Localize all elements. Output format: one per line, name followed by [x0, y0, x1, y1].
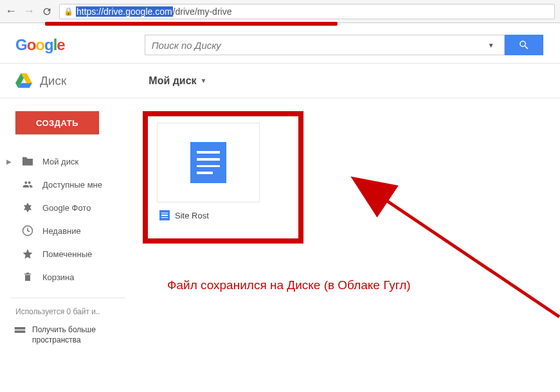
app-bar: Диск Мой диск ▼: [0, 64, 560, 98]
lock-icon: 🔒: [64, 7, 73, 16]
sidebar-item-my-drive[interactable]: ▶ Мой диск: [0, 150, 135, 173]
search-box[interactable]: ▼: [145, 35, 505, 55]
upgrade-label: Получить больше пространства: [32, 325, 135, 345]
file-thumbnail: [157, 123, 260, 202]
sidebar-item-recent[interactable]: Недавние: [0, 219, 135, 242]
reload-button[interactable]: [41, 6, 53, 17]
svg-rect-0: [15, 327, 26, 330]
folder-icon: [21, 156, 35, 166]
upgrade-storage-link[interactable]: Получить больше пространства: [0, 316, 135, 345]
photos-icon: [21, 202, 35, 213]
address-bar[interactable]: 🔒 https://drive.google.com/drive/my-driv…: [59, 4, 555, 19]
people-icon: [21, 179, 35, 190]
main: СОЗДАТЬ ▶ Мой диск Доступные мне Google …: [0, 98, 560, 392]
nav-label: Мой диск: [42, 157, 78, 166]
sidebar-item-shared[interactable]: Доступные мне: [0, 173, 135, 196]
annotation-highlight-box: Site Rost: [143, 111, 303, 244]
nav-label: Помеченные: [42, 249, 92, 259]
drive-icon: [15, 73, 32, 89]
url-path: /drive/my-drive: [173, 6, 232, 17]
file-label-row: Site Rost: [157, 210, 260, 220]
search-button[interactable]: [505, 35, 543, 55]
storage-icon: [14, 326, 26, 339]
sidebar-item-starred[interactable]: Помеченные: [0, 242, 135, 265]
google-logo[interactable]: Google: [15, 36, 65, 54]
file-name: Site Rost: [175, 211, 209, 220]
app-name: Диск: [40, 74, 66, 88]
file-tile[interactable]: Site Rost: [157, 123, 260, 220]
search-input[interactable]: [152, 40, 485, 51]
annotation-underline: [45, 22, 338, 26]
breadcrumb-label: Мой диск: [149, 75, 196, 87]
star-icon: [21, 248, 35, 260]
browser-toolbar: ← → 🔒 https://drive.google.com/drive/my-…: [0, 0, 560, 23]
sidebar: СОЗДАТЬ ▶ Мой диск Доступные мне Google …: [0, 98, 135, 392]
expand-icon[interactable]: ▶: [6, 158, 13, 165]
docs-icon-small: [159, 210, 170, 220]
search-dropdown-icon[interactable]: ▼: [485, 42, 498, 49]
sidebar-item-trash[interactable]: Корзина: [0, 265, 135, 289]
annotation-text: Файл сохранился на Диске (в Облаке Гугл): [167, 278, 411, 292]
chevron-down-icon: ▼: [201, 77, 207, 84]
content-area: Site Rost Файл сохранился на Диске (в Об…: [135, 98, 560, 392]
search-container: ▼: [145, 35, 543, 55]
separator: [10, 298, 125, 298]
nav-label: Google Фото: [42, 203, 91, 213]
back-button[interactable]: ←: [5, 6, 17, 17]
forward-button[interactable]: →: [23, 6, 35, 17]
svg-line-2: [383, 198, 559, 317]
nav-list: ▶ Мой диск Доступные мне Google Фото Нед…: [0, 150, 135, 289]
storage-usage: Используется 0 байт и..: [0, 307, 135, 316]
breadcrumb[interactable]: Мой диск ▼: [149, 75, 206, 87]
nav-label: Недавние: [42, 226, 81, 236]
svg-rect-1: [15, 330, 26, 333]
trash-icon: [21, 271, 35, 283]
docs-icon: [190, 142, 226, 183]
drive-logo[interactable]: Диск: [15, 73, 66, 89]
nav-label: Корзина: [42, 272, 75, 282]
url-origin: https://drive.google.com: [76, 6, 173, 17]
search-icon: [518, 39, 530, 51]
create-button[interactable]: СОЗДАТЬ: [15, 111, 99, 134]
clock-icon: [21, 225, 35, 236]
nav-label: Доступные мне: [42, 180, 102, 190]
sidebar-item-photos[interactable]: Google Фото: [0, 196, 135, 219]
header: Google ▼: [0, 27, 560, 63]
